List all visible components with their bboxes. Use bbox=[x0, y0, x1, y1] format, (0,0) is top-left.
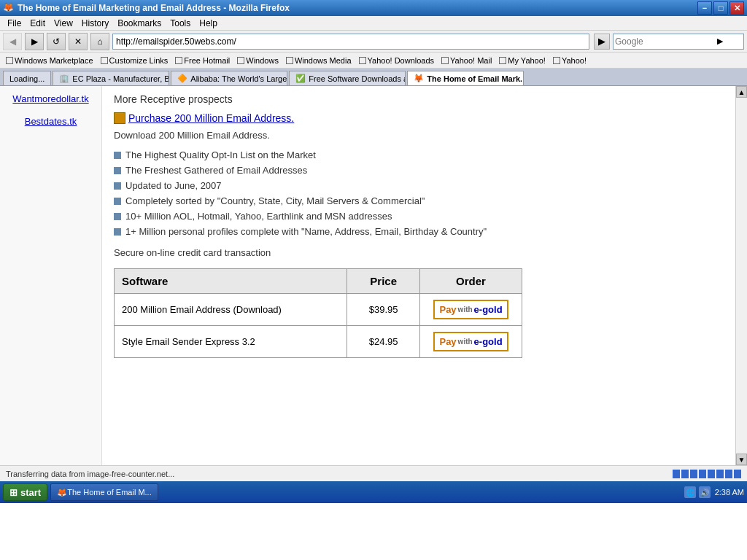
bullet-icon bbox=[114, 182, 121, 190]
window-controls: − □ ✕ bbox=[697, 1, 744, 15]
feature-text: Updated to June, 2007 bbox=[125, 180, 222, 191]
pay-text: Pay bbox=[439, 336, 456, 347]
egold-text: e-gold bbox=[474, 304, 503, 315]
bm-label: Windows Media bbox=[295, 56, 352, 65]
bookmark-my-yahoo[interactable]: My Yahoo! bbox=[496, 55, 549, 66]
product-name: Style Email Sender Express 3.2 bbox=[115, 326, 347, 358]
tab-label: Loading... bbox=[9, 74, 44, 83]
window-title: The Home of Email Marketing and Email Ad… bbox=[18, 3, 697, 13]
with-text: with bbox=[458, 306, 473, 314]
tab-loading[interactable]: Loading... bbox=[3, 71, 51, 85]
start-button[interactable]: ⊞ start bbox=[3, 483, 47, 501]
bookmark-windows-media[interactable]: Windows Media bbox=[283, 55, 355, 66]
list-item: The Highest Quality Opt-In List on the M… bbox=[114, 149, 724, 160]
title-bar: 🦊 The Home of Email Marketing and Email … bbox=[0, 0, 747, 16]
scrollbar[interactable]: ▲ ▼ bbox=[735, 86, 747, 465]
bm-icon bbox=[175, 57, 182, 64]
browser-content: Wantmoredollar.tk Bestdates.tk More Rece… bbox=[0, 86, 747, 465]
bookmark-yahoo-mail[interactable]: Yahoo! Mail bbox=[438, 55, 495, 66]
list-item: The Freshest Gathered of Email Addresses bbox=[114, 165, 724, 176]
menu-history[interactable]: History bbox=[77, 17, 113, 30]
bm-label: Yahoo! Downloads bbox=[368, 56, 435, 65]
bm-label: Windows bbox=[246, 56, 279, 65]
bm-label: My Yahoo! bbox=[508, 56, 546, 65]
list-item: Updated to June, 2007 bbox=[114, 180, 724, 191]
table-header-price: Price bbox=[347, 269, 420, 294]
bm-label: Windows Marketplace bbox=[15, 56, 93, 65]
menu-help[interactable]: Help bbox=[195, 17, 222, 30]
table-row: 200 Million Email Address (Download) $39… bbox=[115, 294, 522, 326]
menu-file[interactable]: File bbox=[3, 17, 26, 30]
tab-free-software[interactable]: ✅ Free Software Downloads a... bbox=[289, 71, 406, 85]
taskbar-active-window[interactable]: 🦊 The Home of Email M... bbox=[50, 483, 158, 501]
home-button[interactable]: ⌂ bbox=[90, 33, 109, 50]
address-bar[interactable] bbox=[112, 34, 589, 50]
sidebar-link-wantmoredollar[interactable]: Wantmoredollar.tk bbox=[12, 93, 88, 104]
taskbar-right: 🌐 🔊 2:38 AM bbox=[684, 486, 744, 498]
bookmark-customize-links[interactable]: Customize Links bbox=[98, 55, 171, 66]
menu-bookmarks[interactable]: Bookmarks bbox=[113, 17, 166, 30]
table-header-software: Software bbox=[115, 269, 347, 294]
search-input[interactable] bbox=[615, 36, 717, 47]
progress-block bbox=[699, 470, 706, 478]
maximize-button[interactable]: □ bbox=[713, 1, 728, 15]
list-item: 10+ Million AOL, Hotmail, Yahoo, Earthli… bbox=[114, 211, 724, 222]
search-go-button[interactable]: ▶ bbox=[717, 36, 723, 46]
product-price: $24.95 bbox=[347, 326, 420, 358]
status-text: Transferring data from image-free-counte… bbox=[6, 470, 174, 478]
clock: 2:38 AM bbox=[715, 488, 744, 497]
bookmark-free-hotmail[interactable]: Free Hotmail bbox=[172, 55, 233, 66]
bm-icon bbox=[286, 57, 293, 64]
forward-button[interactable]: ▶ bbox=[25, 33, 44, 50]
purchase-link-text: Purchase 200 Million Email Address. bbox=[128, 112, 294, 124]
menu-view[interactable]: View bbox=[50, 17, 77, 30]
sidebar: Wantmoredollar.tk Bestdates.tk bbox=[0, 86, 102, 465]
bm-icon bbox=[553, 57, 560, 64]
tabs-bar: Loading... 🏢 EC Plaza - Manufacturer, B.… bbox=[0, 69, 747, 86]
feature-text: The Highest Quality Opt-In List on the M… bbox=[125, 149, 316, 160]
address-input[interactable] bbox=[116, 36, 586, 47]
product-order: Pay with e-gold bbox=[420, 326, 522, 358]
scroll-up-button[interactable]: ▲ bbox=[736, 86, 747, 98]
receptive-text: More Receptive prospects bbox=[114, 93, 724, 105]
pay-egold-button-2[interactable]: Pay with e-gold bbox=[433, 332, 508, 351]
tab-alibaba[interactable]: 🔶 Alibaba: The World's Larges... bbox=[171, 71, 287, 85]
sidebar-link-bestdates[interactable]: Bestdates.tk bbox=[25, 116, 77, 127]
browser-icon: 🦊 bbox=[57, 488, 67, 497]
scroll-down-button[interactable]: ▼ bbox=[736, 454, 747, 465]
purchase-icon bbox=[114, 112, 125, 124]
scroll-track[interactable] bbox=[736, 98, 747, 454]
bookmark-yahoo-downloads[interactable]: Yahoo! Downloads bbox=[356, 55, 438, 66]
minimize-button[interactable]: − bbox=[697, 1, 712, 15]
network-icon: 🌐 bbox=[684, 486, 696, 498]
page-content[interactable]: More Receptive prospects Purchase 200 Mi… bbox=[102, 86, 735, 465]
bm-icon bbox=[499, 57, 506, 64]
tab-icon: 🔶 bbox=[177, 74, 187, 83]
table-header-order: Order bbox=[420, 269, 522, 294]
bm-icon bbox=[101, 57, 108, 64]
menu-tools[interactable]: Tools bbox=[166, 17, 195, 30]
bookmarks-bar: Windows Marketplace Customize Links Free… bbox=[0, 52, 747, 69]
tab-ec-plaza[interactable]: 🏢 EC Plaza - Manufacturer, B... bbox=[53, 71, 169, 85]
with-text: with bbox=[458, 338, 473, 346]
reload-button[interactable]: ↺ bbox=[47, 33, 66, 50]
windows-logo-icon: ⊞ bbox=[9, 487, 18, 498]
pay-egold-button[interactable]: Pay with e-gold bbox=[433, 300, 508, 319]
go-button[interactable]: ▶ bbox=[594, 34, 610, 50]
close-button[interactable]: ✕ bbox=[729, 1, 744, 15]
tab-home-email[interactable]: 🦊 The Home of Email Mark... ✕ bbox=[407, 71, 524, 85]
bookmark-windows-marketplace[interactable]: Windows Marketplace bbox=[3, 55, 96, 66]
bookmark-windows[interactable]: Windows bbox=[234, 55, 282, 66]
stop-button[interactable]: ✕ bbox=[69, 33, 88, 50]
menu-edit[interactable]: Edit bbox=[26, 17, 50, 30]
list-item: 1+ Million personal profiles complete wi… bbox=[114, 226, 724, 237]
tab-label: The Home of Email Mark... bbox=[427, 74, 524, 83]
system-tray: 🌐 🔊 bbox=[684, 486, 711, 498]
back-button[interactable]: ◀ bbox=[3, 33, 22, 50]
bm-label: Customize Links bbox=[109, 56, 169, 65]
bookmark-yahoo[interactable]: Yahoo! bbox=[550, 55, 589, 66]
list-item: Completely sorted by "Country, State, Ci… bbox=[114, 195, 724, 206]
bm-icon bbox=[441, 57, 449, 64]
purchase-link[interactable]: Purchase 200 Million Email Address. bbox=[114, 112, 724, 124]
taskbar: ⊞ start 🦊 The Home of Email M... 🌐 🔊 2:3… bbox=[0, 481, 747, 503]
